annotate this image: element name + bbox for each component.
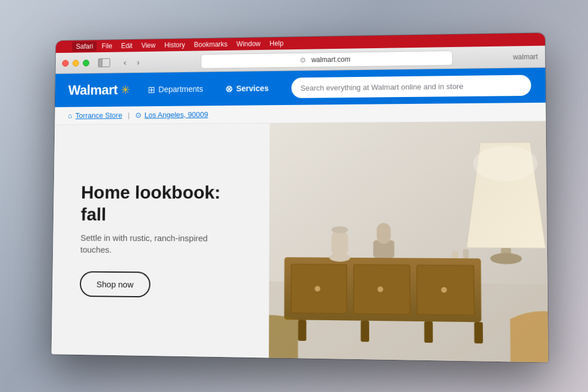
svg-rect-11 xyxy=(424,321,433,343)
store-link[interactable]: Torrance Store xyxy=(75,111,122,119)
menu-help[interactable]: Help xyxy=(266,38,288,48)
menu-bookmarks[interactable]: Bookmarks xyxy=(190,39,231,50)
window-controls xyxy=(98,58,110,67)
walmart-logo-text: Walmart xyxy=(68,81,118,98)
fullscreen-button[interactable] xyxy=(83,59,90,66)
svg-rect-23 xyxy=(463,249,469,258)
nav-separator: | xyxy=(127,111,129,119)
hero-right xyxy=(269,121,548,362)
hero-content: Home lookbook: fall Settle in with rusti… xyxy=(80,181,241,298)
svg-rect-9 xyxy=(298,320,307,341)
minimize-button[interactable] xyxy=(72,59,79,66)
departments-nav-link[interactable]: ⊞ Departments xyxy=(144,81,208,97)
search-placeholder: Search everything at Walmart online and … xyxy=(300,81,463,92)
location-icon: ⊙ xyxy=(135,111,141,119)
forward-button[interactable]: › xyxy=(132,56,144,68)
svg-rect-14 xyxy=(331,230,348,258)
nav-arrows: ‹ › xyxy=(119,56,144,68)
hero-image xyxy=(269,121,548,362)
svg-rect-10 xyxy=(361,320,369,341)
menu-edit[interactable]: Edit xyxy=(117,40,136,51)
menu-file[interactable]: File xyxy=(98,41,116,51)
hero-title: Home lookbook: fall xyxy=(80,181,241,225)
menu-safari[interactable]: Safari xyxy=(72,41,97,51)
share-area: walmart xyxy=(513,52,538,61)
menu-history[interactable]: History xyxy=(160,40,189,50)
website-content: Walmart ✳ ⊞ Departments ⊗ Services Searc… xyxy=(51,67,548,362)
search-bar[interactable]: Search everything at Walmart online and … xyxy=(292,75,532,98)
departments-label: Departments xyxy=(158,84,203,94)
shop-now-button[interactable]: Shop now xyxy=(80,271,150,297)
sidebar-toggle[interactable] xyxy=(98,58,110,67)
address-text: walmart.com xyxy=(311,55,350,64)
toolbar-right: walmart xyxy=(513,52,538,61)
walmart-navbar: Walmart ✳ ⊞ Departments ⊗ Services Searc… xyxy=(55,67,546,107)
close-button[interactable] xyxy=(62,59,69,66)
traffic-lights xyxy=(62,59,90,66)
svg-rect-22 xyxy=(452,251,458,258)
hero-area: Home lookbook: fall Settle in with rusti… xyxy=(51,121,548,362)
menu-window[interactable]: Window xyxy=(233,38,265,49)
svg-rect-17 xyxy=(377,223,391,244)
services-nav-link[interactable]: ⊗ Services xyxy=(221,80,273,96)
departments-icon: ⊞ xyxy=(148,84,156,95)
address-bar[interactable]: ⊙ walmart.com xyxy=(201,50,453,68)
location-link[interactable]: Los Angeles, 90009 xyxy=(145,110,208,119)
hero-subtitle: Settle in with rustic, ranch-inspired to… xyxy=(80,231,241,256)
walmart-spark: ✳ xyxy=(121,83,130,96)
walmart-logo[interactable]: Walmart ✳ xyxy=(68,81,130,98)
services-icon: ⊗ xyxy=(226,83,233,94)
mac-window: Safari File Edit View History Bookmarks … xyxy=(51,33,548,362)
hero-left: Home lookbook: fall Settle in with rusti… xyxy=(51,123,269,358)
reader-icon: ⊙ xyxy=(300,56,308,64)
services-label: Services xyxy=(236,83,269,92)
back-button[interactable]: ‹ xyxy=(119,56,131,68)
menu-view[interactable]: View xyxy=(137,40,159,51)
store-icon: ⌂ xyxy=(68,111,72,120)
svg-rect-12 xyxy=(474,322,483,343)
